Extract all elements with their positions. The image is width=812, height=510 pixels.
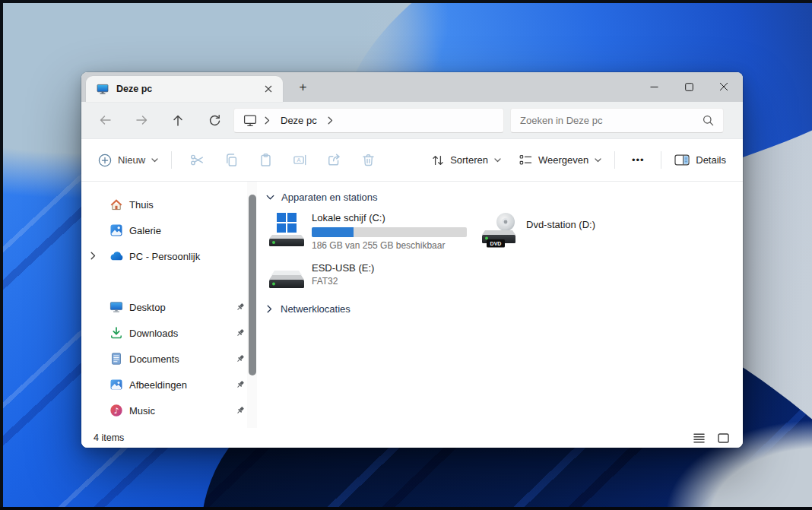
onedrive-icon xyxy=(109,249,123,264)
pin-icon xyxy=(236,303,245,312)
sort-label: Sorteren xyxy=(450,154,488,166)
desktop: Deze pc + xyxy=(0,0,812,510)
drive-info: FAT32 xyxy=(312,276,374,287)
group-title: Apparaten en stations xyxy=(281,192,377,203)
drive-info: 186 GB van 255 GB beschikbaar xyxy=(312,240,467,251)
pictures-icon xyxy=(109,378,123,392)
drive-name: Dvd-station (D:) xyxy=(526,219,595,231)
sidebar-item-music[interactable]: ♪ Music xyxy=(81,398,257,423)
dvd-drive-icon: DVD xyxy=(482,212,519,249)
sidebar-item-label: Documents xyxy=(129,353,179,365)
address-bar[interactable]: Deze pc xyxy=(233,108,504,133)
pin-icon xyxy=(236,328,245,337)
tab-title: Deze pc xyxy=(116,84,152,94)
window-controls xyxy=(636,72,741,102)
sidebar-scrollbar[interactable] xyxy=(247,182,257,428)
more-icon[interactable]: ••• xyxy=(623,149,652,172)
back-icon[interactable] xyxy=(92,107,118,133)
sidebar-item-label: Desktop xyxy=(129,302,166,313)
group-header-devices[interactable]: Apparaten en stations xyxy=(266,192,377,203)
sidebar-item-downloads[interactable]: Downloads xyxy=(81,320,257,346)
sidebar-item-label: PC - Persoonlijk xyxy=(129,251,200,262)
drive-c-item[interactable]: Lokale schijf (C:) 186 GB van 255 GB bes… xyxy=(269,212,467,251)
monitor-icon xyxy=(243,114,257,127)
windows-drive-icon xyxy=(269,212,304,247)
sort-button[interactable]: Sorteren xyxy=(427,150,506,171)
search-placeholder: Zoeken in Deze pc xyxy=(520,115,602,126)
file-explorer-window: Deze pc + xyxy=(81,72,743,448)
scrollbar-thumb[interactable] xyxy=(249,195,256,375)
refresh-icon[interactable] xyxy=(201,107,227,133)
screen-edge xyxy=(0,507,812,510)
this-pc-monitor-icon xyxy=(97,83,109,95)
close-icon[interactable] xyxy=(706,72,741,101)
home-icon xyxy=(109,198,123,212)
group-title: Netwerklocaties xyxy=(281,303,350,315)
sidebar-item-label: Galerie xyxy=(129,225,161,236)
sort-icon xyxy=(432,154,444,166)
sidebar-item-pc-persoonlijk[interactable]: PC - Persoonlijk xyxy=(81,243,257,269)
drive-name: Lokale schijf (C:) xyxy=(312,212,467,224)
gallery-icon xyxy=(109,223,123,238)
downloads-icon xyxy=(109,326,123,341)
delete-icon[interactable] xyxy=(351,147,385,173)
tab-close-icon[interactable] xyxy=(260,81,277,97)
items-count: 4 items xyxy=(94,432,124,443)
status-bar: 4 items xyxy=(81,428,743,448)
view-button[interactable]: Weergeven xyxy=(515,150,606,170)
icons-view-icon[interactable] xyxy=(715,430,731,445)
usb-drive-icon xyxy=(269,268,304,292)
minimize-icon[interactable] xyxy=(636,72,671,101)
svg-text:A: A xyxy=(297,157,301,163)
cut-icon[interactable] xyxy=(180,147,214,173)
sidebar-item-desktop[interactable]: Desktop xyxy=(81,294,257,320)
chevron-right-icon[interactable] xyxy=(328,116,333,125)
desktop-icon xyxy=(109,300,123,315)
chevron-down-icon xyxy=(151,158,158,163)
new-tab-button[interactable]: + xyxy=(293,78,313,97)
drive-e-item[interactable]: ESD-USB (E:) FAT32 xyxy=(269,262,374,292)
music-icon: ♪ xyxy=(109,404,123,418)
drive-d-item[interactable]: DVD Dvd-station (D:) xyxy=(482,212,595,249)
share-icon[interactable] xyxy=(317,147,351,173)
navigation-bar: Deze pc Zoeken in Deze pc xyxy=(81,102,743,138)
documents-icon xyxy=(109,352,123,366)
sidebar-item-label: Downloads xyxy=(129,328,178,339)
new-button[interactable]: Nieuw xyxy=(94,149,163,172)
svg-text:♪: ♪ xyxy=(113,406,119,415)
tab-bar: Deze pc + xyxy=(81,72,743,102)
copy-icon[interactable] xyxy=(214,147,249,173)
sidebar-item-thuis[interactable]: Thuis xyxy=(81,192,257,217)
search-input[interactable]: Zoeken in Deze pc xyxy=(510,108,724,133)
sidebar-item-documents[interactable]: Documents xyxy=(81,346,257,372)
paste-icon[interactable] xyxy=(249,147,283,173)
sidebar-item-label: Music xyxy=(129,405,155,417)
sidebar-item-label: Thuis xyxy=(129,199,154,211)
sidebar-item-label: Afbeeldingen xyxy=(129,379,187,391)
breadcrumb-deze-pc[interactable]: Deze pc xyxy=(281,115,317,126)
disk-usage-bar xyxy=(312,227,467,237)
tab-deze-pc[interactable]: Deze pc xyxy=(86,76,283,102)
details-label: Details xyxy=(696,154,726,166)
screen-edge xyxy=(0,0,3,510)
new-label: Nieuw xyxy=(118,154,145,166)
chevron-right-icon[interactable] xyxy=(90,252,96,260)
forward-icon[interactable] xyxy=(128,107,154,133)
chevron-down-icon xyxy=(595,158,601,163)
pin-icon xyxy=(236,380,245,389)
maximize-icon[interactable] xyxy=(671,72,706,101)
details-panel-icon xyxy=(674,154,690,166)
rename-icon[interactable]: A xyxy=(283,147,317,173)
chevron-down-icon xyxy=(266,195,274,201)
sidebar-item-afbeeldingen[interactable]: Afbeeldingen xyxy=(81,372,257,398)
chevron-down-icon xyxy=(494,158,501,163)
pin-icon xyxy=(236,354,245,363)
list-view-icon[interactable] xyxy=(691,430,706,445)
group-header-network[interactable]: Netwerklocaties xyxy=(267,303,350,315)
content-pane: Apparaten en stations Lokale xyxy=(257,182,743,428)
up-icon[interactable] xyxy=(165,107,191,133)
details-button[interactable]: Details xyxy=(670,150,731,170)
sidebar-item-galerie[interactable]: Galerie xyxy=(81,217,257,243)
circle-plus-icon xyxy=(98,154,112,167)
command-bar: Nieuw xyxy=(81,138,743,182)
